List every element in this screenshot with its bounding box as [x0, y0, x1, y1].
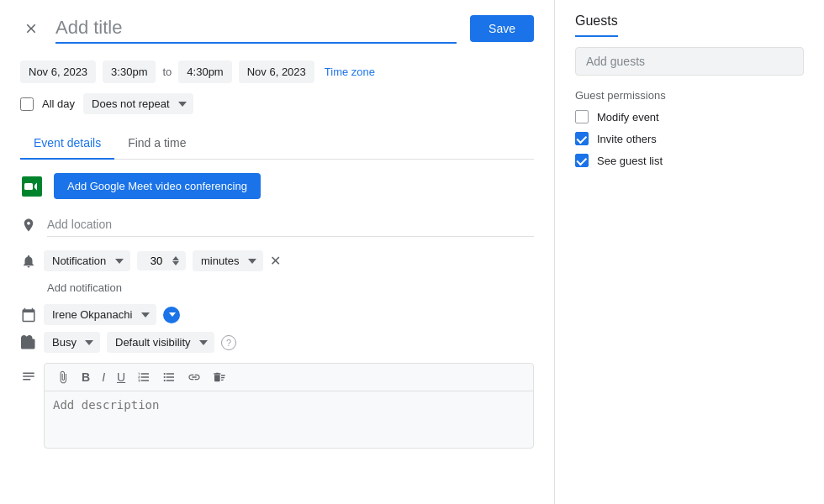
allday-label: All day — [42, 97, 75, 110]
allday-checkbox[interactable] — [20, 97, 34, 111]
ordered-list-button[interactable] — [134, 369, 154, 386]
datetime-row: Nov 6, 2023 3:30pm to 4:30pm Nov 6, 2023… — [20, 60, 534, 83]
description-box: B I U — [44, 363, 534, 449]
meet-row: Add Google Meet video conferencing — [20, 173, 534, 199]
notification-type-select[interactable]: Notification Email — [44, 250, 130, 271]
permissions-title: Guest permissions — [575, 89, 804, 102]
permission-invite-others: Invite others — [575, 132, 804, 145]
underline-button[interactable]: U — [114, 369, 129, 386]
help-icon[interactable]: ? — [221, 335, 236, 350]
permission-see-guest-list: See guest list — [575, 154, 804, 167]
notification-arrows — [172, 256, 179, 265]
start-date-button[interactable]: Nov 6, 2023 — [20, 60, 96, 83]
guests-title: Guests — [575, 13, 804, 47]
invite-others-checkbox[interactable] — [575, 132, 589, 145]
description-toolbar: B I U — [45, 364, 533, 391]
notification-down-arrow[interactable] — [172, 261, 179, 265]
tabs-row: Event details Find a time — [20, 128, 534, 160]
repeat-select[interactable]: Does not repeat Every day Every week Eve… — [83, 93, 193, 114]
tab-event-details[interactable]: Event details — [20, 128, 114, 160]
remove-notification-button[interactable]: ✕ — [270, 253, 281, 269]
save-button[interactable]: Save — [470, 15, 534, 42]
visibility-select[interactable]: Default visibility Public Private — [107, 332, 214, 353]
notification-icon — [20, 253, 37, 270]
add-notification-link[interactable]: Add notification — [47, 281, 534, 294]
remove-formatting-button[interactable] — [209, 369, 230, 386]
event-title-input[interactable] — [55, 13, 457, 44]
modify-event-label: Modify event — [597, 111, 659, 123]
end-time-button[interactable]: 4:30pm — [178, 60, 231, 83]
calendar-owner-select[interactable]: Irene Okpanachi — [44, 304, 156, 325]
see-guest-list-checkbox[interactable] — [575, 154, 589, 167]
status-icon — [20, 334, 37, 351]
bold-button[interactable]: B — [78, 369, 93, 386]
unordered-list-button[interactable] — [159, 369, 179, 386]
italic-button[interactable]: I — [98, 369, 108, 386]
close-button[interactable] — [20, 18, 42, 39]
notification-unit-select[interactable]: minutes hours days weeks — [193, 250, 263, 271]
status-select[interactable]: Busy Free — [44, 332, 100, 353]
guests-panel: Guests Guest permissions Modify event In… — [555, 0, 824, 504]
svg-rect-1 — [24, 183, 33, 190]
end-date-button[interactable]: Nov 6, 2023 — [239, 60, 314, 83]
notification-up-arrow[interactable] — [172, 256, 179, 260]
link-button[interactable] — [184, 369, 204, 386]
add-guests-input[interactable] — [575, 47, 804, 76]
allday-row: All day Does not repeat Every day Every … — [20, 93, 534, 114]
invite-others-label: Invite others — [597, 133, 657, 145]
calendar-owner-row: Irene Okpanachi — [20, 304, 534, 325]
notification-number-field — [137, 251, 186, 270]
notification-row: Notification Email minutes hours days we… — [20, 250, 534, 271]
see-guest-list-label: See guest list — [597, 155, 663, 167]
calendar-color-dot[interactable] — [163, 307, 180, 323]
tab-find-a-time[interactable]: Find a time — [114, 128, 199, 160]
location-icon — [20, 217, 37, 234]
start-time-button[interactable]: 3:30pm — [103, 60, 156, 83]
calendar-icon — [20, 307, 37, 323]
attach-button[interactable] — [53, 369, 73, 386]
timezone-button[interactable]: Time zone — [321, 62, 378, 81]
description-icon — [20, 368, 37, 385]
notification-number-input[interactable] — [144, 255, 169, 267]
permission-modify-event: Modify event — [575, 110, 804, 123]
time-separator: to — [162, 66, 172, 78]
description-textarea[interactable] — [45, 391, 533, 445]
header-row: Save — [20, 13, 534, 44]
google-meet-icon — [20, 175, 44, 198]
event-form-panel: Save Nov 6, 2023 3:30pm to 4:30pm Nov 6,… — [0, 0, 555, 504]
location-input[interactable] — [47, 213, 534, 237]
add-meet-button[interactable]: Add Google Meet video conferencing — [54, 173, 261, 199]
location-row — [20, 213, 534, 237]
modify-event-checkbox[interactable] — [575, 110, 589, 123]
status-row: Busy Free Default visibility Public Priv… — [20, 332, 534, 353]
description-row: B I U — [20, 363, 534, 449]
